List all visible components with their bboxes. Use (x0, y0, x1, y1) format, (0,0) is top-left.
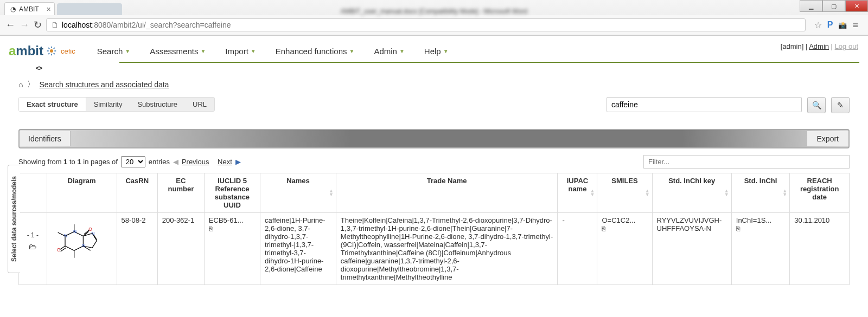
ambit-logo[interactable]: ambit cefic (9, 43, 75, 59)
svg-point-0 (50, 49, 53, 53)
menu-import[interactable]: Import▼ (225, 47, 256, 56)
next-link[interactable]: Next (218, 158, 232, 166)
breadcrumb-separator: 〉 (27, 80, 35, 89)
svg-marker-9 (65, 231, 83, 250)
window-minimize-button[interactable]: ▁ (800, 0, 822, 12)
th-iuclid[interactable]: IUCLID 5 Reference substance UUID (204, 173, 260, 213)
section-identifiers-tab[interactable]: Identifiers (20, 131, 71, 146)
svg-text:O: O (88, 227, 92, 232)
pencil-icon: ✎ (837, 101, 844, 109)
cell-index: - 1 - 🗁 (19, 213, 47, 285)
th-inchi[interactable]: Std. InChI▲▼ (731, 173, 790, 213)
user-links: [admin] | Admin | Log out (781, 42, 858, 50)
results-table: Diagram CasRN EC number IUCLID 5 Referen… (18, 173, 850, 285)
gear-icon (47, 46, 56, 56)
svg-line-7 (48, 53, 49, 54)
filter-input[interactable] (643, 155, 850, 169)
window-close-button[interactable]: ✕ (845, 0, 868, 12)
tab-url[interactable]: URL (185, 98, 214, 111)
th-smiles[interactable]: SMILES▲▼ (597, 173, 652, 213)
copy-icon[interactable]: ⎘ (602, 225, 605, 232)
menu-assessments[interactable]: Assessments▼ (150, 47, 206, 56)
sort-icon: ▲▼ (782, 189, 787, 197)
svg-line-6 (54, 53, 55, 54)
browser-tab-inactive[interactable] (57, 3, 122, 15)
back-icon[interactable]: ← (5, 20, 15, 31)
cell-smiles: O=C1C2...⎘ (597, 213, 652, 285)
svg-line-5 (48, 48, 49, 49)
tab-close-icon[interactable]: × (46, 5, 50, 14)
sort-icon: ▲▼ (645, 189, 650, 197)
cell-iuclid: ECB5-61...⎘ (204, 213, 260, 285)
extension-camera-icon[interactable]: 📸 (838, 21, 847, 29)
home-icon[interactable]: ⌂ (18, 80, 23, 89)
app-header: ambit cefic Search▼ Assessments▼ Import▼… (0, 36, 868, 62)
cell-iupac: - (558, 213, 597, 285)
svg-text:N: N (64, 233, 67, 238)
address-bar[interactable]: 🗋 localhost:8080/ambit2/ui/_search?searc… (46, 18, 806, 31)
th-diagram[interactable]: Diagram (47, 173, 117, 213)
export-button[interactable]: Export (807, 131, 848, 146)
svg-text:N: N (82, 243, 85, 249)
menu-admin[interactable]: Admin▼ (374, 47, 404, 56)
browser-menu-icon[interactable]: ≡ (852, 20, 858, 31)
search-button[interactable]: 🔍 (807, 97, 826, 113)
window-maximize-button[interactable]: ▢ (822, 0, 845, 12)
code-brackets-icon[interactable]: <> (36, 64, 41, 72)
th-reach[interactable]: REACH registration date (790, 173, 850, 213)
caret-down-icon: ▼ (399, 48, 405, 54)
prev-link[interactable]: Previous (182, 158, 209, 166)
menu-help[interactable]: Help▼ (424, 47, 449, 56)
prev-arrow-icon[interactable]: ◀ (173, 158, 178, 166)
th-index[interactable] (19, 173, 47, 213)
sort-icon: ▲▼ (590, 189, 595, 197)
edit-button[interactable]: ✎ (831, 97, 850, 113)
url-host: localhost (62, 21, 92, 29)
forward-icon[interactable]: → (20, 20, 29, 31)
folder-open-icon[interactable]: 🗁 (23, 242, 42, 251)
window-blurred-title: AMBIT_user_manual.docx [Compatibility Mo… (341, 8, 528, 15)
page-size-select[interactable]: 20 (121, 156, 145, 167)
extension-p-icon[interactable]: P (827, 20, 833, 30)
table-header-row: Diagram CasRN EC number IUCLID 5 Referen… (19, 173, 850, 213)
logout-link[interactable]: Log out (835, 42, 858, 50)
tab-exact-structure[interactable]: Exact structure (19, 98, 86, 111)
tab-similarity[interactable]: Similarity (86, 98, 130, 111)
th-ec[interactable]: EC number (157, 173, 204, 213)
th-inchikey[interactable]: Std. InChI key▲▼ (652, 173, 731, 213)
cell-trade: Theine|Koffein|Cafeina|1,3,7-Trimethyl-2… (336, 213, 558, 285)
search-type-tabs: Exact structure Similarity Substructure … (18, 97, 215, 112)
user-bracket: [admin] (781, 42, 804, 50)
reload-icon[interactable]: ↻ (34, 19, 42, 31)
svg-line-8 (54, 48, 55, 49)
cell-cas: 58-08-2 (117, 213, 157, 285)
cell-names: caffeine|1H-Purine-2,6-dione, 3,7-dihydr… (260, 213, 336, 285)
th-names[interactable]: Names▲▼ (260, 173, 336, 213)
cell-ec: 200-362-1 (157, 213, 204, 285)
tab-title: AMBIT (19, 5, 39, 13)
pager-showing: Showing from 1 to 1 in pages of (18, 158, 118, 166)
bookmark-star-icon[interactable]: ☆ (814, 20, 822, 30)
cell-inchikey: RYYVLZVUVIJVGH-UHFFFAOYSA-N (652, 213, 731, 285)
caret-down-icon: ▼ (443, 48, 449, 54)
menu-search[interactable]: Search▼ (97, 47, 130, 56)
menu-enhanced-functions[interactable]: Enhanced functions▼ (276, 47, 355, 56)
cefic-label: cefic (61, 47, 75, 55)
tab-favicon: ◔ (10, 5, 16, 13)
user-admin-link[interactable]: Admin (809, 42, 829, 50)
th-iupac[interactable]: IUPAC name▲▼ (558, 173, 597, 213)
cell-diagram[interactable]: N N N N O O (47, 213, 117, 285)
th-casrn[interactable]: CasRN (117, 173, 157, 213)
tab-substructure[interactable]: Substructure (130, 98, 185, 111)
copy-icon[interactable]: ⎘ (736, 225, 740, 232)
copy-icon[interactable]: ⎘ (209, 225, 213, 232)
molecule-diagram: N N N N O O (52, 216, 106, 265)
th-trade[interactable]: Trade Name (336, 173, 558, 213)
caret-down-icon: ▼ (349, 48, 355, 54)
search-icon: 🔍 (812, 101, 821, 109)
svg-text:N: N (73, 229, 76, 234)
browser-tab-active[interactable]: ◔ AMBIT × (4, 2, 55, 15)
breadcrumb-link[interactable]: Search structures and associated data (39, 80, 169, 89)
search-input[interactable] (607, 97, 802, 112)
next-arrow-icon[interactable]: ▶ (235, 158, 241, 166)
